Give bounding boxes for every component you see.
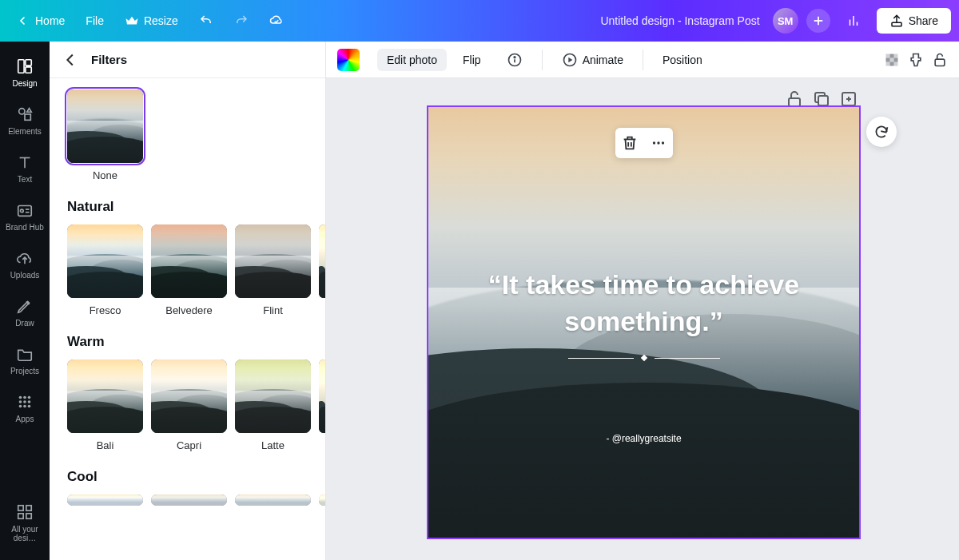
panel-back-button[interactable] bbox=[62, 51, 80, 69]
plus-icon bbox=[811, 14, 826, 28]
filter-thumb-cool-1[interactable] bbox=[67, 494, 143, 506]
refresh-icon bbox=[873, 124, 889, 140]
shapes-icon bbox=[16, 105, 34, 123]
svg-point-23 bbox=[28, 400, 31, 403]
toolbar-separator bbox=[643, 50, 643, 70]
home-label: Home bbox=[35, 14, 65, 27]
resize-menu[interactable]: Resize bbox=[117, 9, 186, 33]
svg-point-20 bbox=[28, 396, 31, 399]
svg-rect-47 bbox=[818, 96, 828, 105]
svg-point-24 bbox=[19, 405, 22, 408]
artboard[interactable]: “It takes time to achieve something.” - … bbox=[427, 105, 861, 539]
svg-rect-6 bbox=[18, 60, 24, 73]
element-floating-toolbar bbox=[615, 128, 673, 158]
context-toolbar: Edit photo Flip Animate Position bbox=[326, 42, 959, 78]
section-natural-title: Natural bbox=[67, 199, 325, 215]
svg-point-53 bbox=[653, 141, 655, 144]
side-rail: Design Elements Text Brand Hub Uploads D… bbox=[0, 42, 50, 560]
svg-point-18 bbox=[19, 396, 22, 399]
edit-photo-button[interactable]: Edit photo bbox=[377, 49, 447, 71]
file-menu[interactable]: File bbox=[78, 10, 112, 32]
folder-icon bbox=[16, 345, 34, 363]
rail-projects[interactable]: Projects bbox=[0, 340, 50, 383]
toolbar-separator bbox=[542, 50, 543, 70]
svg-rect-5 bbox=[892, 22, 901, 26]
lock-button[interactable] bbox=[932, 52, 948, 68]
svg-point-25 bbox=[23, 405, 26, 408]
divider-ornament[interactable] bbox=[568, 355, 720, 361]
rail-brand-hub[interactable]: Brand Hub bbox=[0, 197, 50, 240]
rail-text[interactable]: Text bbox=[0, 149, 50, 192]
svg-rect-44 bbox=[894, 62, 898, 66]
add-collaborator-button[interactable] bbox=[806, 9, 830, 33]
svg-point-55 bbox=[662, 141, 664, 144]
svg-point-54 bbox=[657, 141, 659, 144]
info-button[interactable] bbox=[497, 47, 532, 73]
transparency-button[interactable] bbox=[884, 52, 900, 68]
filter-thumb-overflow-cool[interactable] bbox=[319, 494, 325, 506]
canvas-stage[interactable]: “It takes time to achieve something.” - … bbox=[326, 78, 959, 560]
svg-rect-45 bbox=[935, 59, 945, 66]
info-icon bbox=[507, 52, 523, 68]
svg-rect-38 bbox=[894, 54, 898, 58]
crown-icon bbox=[125, 14, 139, 28]
color-picker-button[interactable] bbox=[337, 49, 360, 71]
flip-button[interactable]: Flip bbox=[453, 49, 491, 71]
filter-thumb-cool-3[interactable] bbox=[235, 494, 311, 506]
filter-thumb-bali[interactable]: Bali bbox=[67, 359, 143, 451]
undo-button[interactable] bbox=[191, 9, 221, 33]
avatar[interactable]: SM bbox=[773, 8, 798, 34]
svg-point-33 bbox=[514, 56, 515, 58]
svg-rect-40 bbox=[890, 58, 894, 62]
filters-panel: Filters None Natural Fresco Belvedere Fl… bbox=[50, 42, 326, 560]
filter-thumb-overflow-warm[interactable] bbox=[319, 359, 325, 451]
quote-group[interactable]: “It takes time to achieve something.” - … bbox=[428, 267, 859, 444]
home-button[interactable]: Home bbox=[8, 9, 73, 33]
brand-icon bbox=[16, 201, 34, 219]
undo-icon bbox=[199, 14, 213, 28]
insights-button[interactable] bbox=[838, 9, 869, 33]
style-copy-button[interactable] bbox=[908, 52, 924, 68]
document-title[interactable]: Untitled design - Instagram Post bbox=[600, 14, 759, 27]
pencil-icon bbox=[16, 297, 34, 315]
rail-design[interactable]: Design bbox=[0, 53, 50, 96]
svg-rect-36 bbox=[886, 54, 890, 58]
rail-all-designs[interactable]: All your desi… bbox=[0, 498, 50, 550]
more-options-button[interactable] bbox=[650, 134, 667, 152]
svg-point-9 bbox=[19, 109, 25, 114]
upload-icon bbox=[889, 14, 904, 28]
filter-thumb-cool-2[interactable] bbox=[151, 494, 227, 506]
delete-element-button[interactable] bbox=[621, 134, 639, 152]
animate-icon bbox=[562, 52, 578, 68]
share-button[interactable]: Share bbox=[877, 8, 951, 34]
svg-rect-7 bbox=[26, 60, 31, 66]
filter-thumb-overflow-natural[interactable] bbox=[319, 224, 325, 316]
svg-marker-35 bbox=[568, 57, 572, 62]
rail-draw[interactable]: Draw bbox=[0, 292, 50, 336]
filter-thumb-none[interactable]: None bbox=[67, 89, 143, 181]
filter-thumb-belvedere[interactable]: Belvedere bbox=[151, 224, 227, 316]
main-area: Design Elements Text Brand Hub Uploads D… bbox=[0, 42, 959, 560]
quote-text[interactable]: “It takes time to achieve something.” bbox=[428, 267, 859, 340]
rail-apps[interactable]: Apps bbox=[0, 388, 50, 431]
rail-uploads[interactable]: Uploads bbox=[0, 244, 50, 288]
svg-rect-27 bbox=[18, 506, 23, 510]
position-button[interactable]: Position bbox=[653, 49, 712, 71]
redo-button[interactable] bbox=[226, 9, 257, 33]
bar-chart-icon bbox=[846, 14, 861, 28]
cloud-upload-icon bbox=[16, 249, 34, 267]
svg-rect-39 bbox=[886, 58, 890, 62]
canvas-area: Edit photo Flip Animate Position bbox=[326, 42, 959, 560]
filter-thumb-fresco[interactable]: Fresco bbox=[67, 224, 143, 316]
filter-thumb-latte[interactable]: Latte bbox=[235, 359, 311, 451]
cloud-check-icon bbox=[269, 14, 284, 28]
filter-thumb-flint[interactable]: Flint bbox=[235, 224, 311, 316]
regenerate-button[interactable] bbox=[866, 117, 897, 147]
animate-button[interactable]: Animate bbox=[552, 47, 633, 73]
layout-icon bbox=[16, 58, 34, 75]
cloud-sync-button[interactable] bbox=[261, 9, 292, 33]
svg-point-22 bbox=[23, 400, 26, 403]
quote-attribution[interactable]: - @reallygreatsite bbox=[428, 433, 859, 444]
rail-elements[interactable]: Elements bbox=[0, 101, 50, 144]
filter-thumb-capri[interactable]: Capri bbox=[151, 359, 227, 451]
